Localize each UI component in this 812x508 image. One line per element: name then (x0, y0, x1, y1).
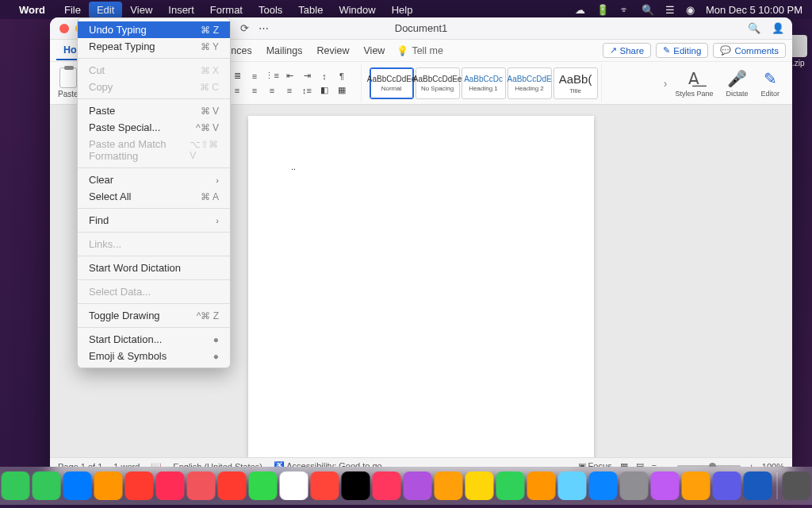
align-right-icon[interactable]: ≡ (265, 84, 279, 97)
tab-view[interactable]: View (357, 42, 393, 60)
dock-app-15[interactable] (373, 471, 401, 500)
menu-insert[interactable]: Insert (160, 2, 202, 18)
style-no-spacing[interactable]: AaBbCcDdEeNo Spacing (416, 67, 460, 99)
shading-icon[interactable]: ◧ (317, 84, 331, 97)
tab-mailings[interactable]: Mailings (259, 42, 310, 60)
dock-app-12[interactable] (280, 471, 308, 500)
menu-file[interactable]: File (56, 2, 89, 18)
dock-app-6[interactable] (94, 471, 123, 500)
document-title: Document1 (395, 22, 447, 34)
control-center-icon[interactable]: ☰ (665, 4, 675, 16)
edit-menu-toggle-drawing[interactable]: Toggle Drawing^⌘ Z (78, 307, 230, 324)
app-name[interactable]: Word (19, 4, 45, 16)
editor-icon: ✎ (764, 69, 777, 88)
multilevel-icon[interactable]: ⋮≡ (265, 70, 279, 83)
dock-app-21[interactable] (558, 471, 587, 500)
dictate-button[interactable]: 🎤Dictate (721, 69, 753, 98)
edit-menu-find[interactable]: Find› (78, 212, 230, 229)
menu-table[interactable]: Table (290, 2, 331, 18)
edit-menu-select-all[interactable]: Select All⌘ A (78, 188, 230, 205)
siri-icon[interactable]: ◉ (686, 4, 695, 16)
edit-menu-paste-special-[interactable]: Paste Special...^⌘ V (78, 119, 230, 136)
justify-icon[interactable]: ≡ (282, 84, 297, 97)
style-normal[interactable]: AaBbCcDdEeNormal (370, 67, 414, 99)
line-spacing-icon[interactable]: ↕≡ (300, 84, 314, 97)
more-icon[interactable]: ⋯ (259, 22, 269, 34)
dock-app-22[interactable] (589, 471, 618, 500)
menu-window[interactable]: Window (331, 2, 383, 18)
dock-app-14[interactable] (342, 471, 370, 500)
autosave-icon[interactable]: ⟳ (240, 22, 249, 34)
dock-app-5[interactable] (63, 471, 92, 500)
edit-menu-links-: Links... (78, 236, 230, 252)
sort-icon[interactable]: ↕ (317, 70, 331, 83)
menu-help[interactable]: Help (384, 2, 421, 18)
dock-app-23[interactable] (620, 471, 649, 500)
edit-menu-paste[interactable]: Paste⌘ V (78, 102, 230, 119)
comment-icon: 💬 (720, 45, 731, 56)
align-left-icon[interactable]: ≡ (230, 84, 244, 97)
cloud-icon[interactable]: ☁ (575, 4, 585, 16)
dock-right-0[interactable] (783, 471, 811, 500)
menu-tools[interactable]: Tools (251, 2, 290, 18)
styles-pane-button[interactable]: A͟Styles Pane (670, 69, 718, 98)
align-center-icon[interactable]: ≡ (247, 84, 262, 97)
style-title[interactable]: AaBb(Title (553, 67, 598, 99)
dock-app-7[interactable] (125, 471, 154, 500)
dock-app-9[interactable] (187, 471, 216, 500)
dock-app-19[interactable] (496, 471, 525, 500)
editor-button[interactable]: ✎Editor (756, 69, 784, 98)
paste-icon[interactable] (59, 67, 77, 88)
tab-review[interactable]: Review (310, 42, 357, 60)
style-heading-1[interactable]: AaBbCcDcHeading 1 (462, 67, 506, 99)
borders-icon[interactable]: ▦ (335, 84, 349, 97)
pilcrow-icon[interactable]: ¶ (335, 70, 349, 83)
spotlight-icon[interactable]: 🔍 (642, 4, 654, 16)
close-button[interactable] (59, 24, 69, 33)
indent-dec-icon[interactable]: ⇤ (282, 70, 297, 83)
styles-more-icon[interactable]: › (664, 77, 668, 90)
dock-app-3[interactable] (2, 471, 30, 500)
dock-app-16[interactable] (404, 471, 432, 500)
edit-menu-repeat-typing[interactable]: Repeat Typing⌘ Y (78, 38, 230, 55)
edit-menu-emoji-symbols[interactable]: Emoji & Symbols● (78, 348, 230, 364)
dock-app-20[interactable] (527, 471, 556, 500)
edit-menu-start-word-dictation[interactable]: Start Word Dictation (78, 260, 230, 276)
bullets-icon[interactable]: ≣ (230, 70, 244, 83)
share-button[interactable]: ↗Share (603, 43, 652, 58)
dock-app-8[interactable] (156, 471, 185, 500)
dock (0, 467, 812, 505)
wifi-icon[interactable]: ᯤ (620, 4, 630, 16)
style-heading-2[interactable]: AaBbCcDdEHeading 2 (508, 67, 552, 99)
edit-menu-start-dictation-[interactable]: Start Dictation...● (78, 331, 230, 348)
right-group: › A͟Styles Pane 🎤Dictate ✎Editor (607, 64, 787, 102)
dock-app-10[interactable] (218, 471, 247, 500)
menubar-datetime[interactable]: Mon Dec 5 10:00 PM (706, 4, 802, 16)
dock-app-24[interactable] (651, 471, 680, 500)
menu-edit[interactable]: Edit (89, 2, 122, 18)
title-search-icon[interactable]: 🔍 (748, 22, 760, 34)
edit-menu-clear[interactable]: Clear› (78, 171, 230, 188)
edit-menu-paste-and-match-formatting: Paste and Match Formatting⌥⇧⌘ V (78, 136, 230, 164)
dock-app-18[interactable] (465, 471, 494, 500)
dock-app-11[interactable] (249, 471, 278, 500)
dock-app-26[interactable] (713, 471, 741, 500)
dock-app-4[interactable] (33, 471, 61, 500)
battery-icon[interactable]: 🔋 (596, 4, 609, 16)
editing-button[interactable]: ✎Editing (656, 43, 708, 58)
edit-menu-undo-typing[interactable]: Undo Typing⌘ Z (78, 21, 230, 38)
page[interactable]: .. (248, 116, 594, 457)
macos-menubar: Word File Edit View Insert Format Tools … (0, 0, 812, 19)
dock-app-13[interactable] (311, 471, 339, 500)
dock-app-17[interactable] (435, 471, 463, 500)
numbering-icon[interactable]: ≡ (247, 70, 262, 83)
indent-inc-icon[interactable]: ⇥ (300, 70, 314, 83)
comments-button[interactable]: 💬Comments (713, 43, 786, 58)
menu-format[interactable]: Format (202, 2, 251, 18)
tell-me-search[interactable]: 💡Tell me (396, 45, 443, 56)
title-share-icon[interactable]: 👤 (772, 22, 784, 34)
dock-app-27[interactable] (744, 471, 772, 500)
pencil-icon: ✎ (663, 45, 670, 56)
menu-view[interactable]: View (122, 2, 160, 18)
dock-app-25[interactable] (682, 471, 710, 500)
